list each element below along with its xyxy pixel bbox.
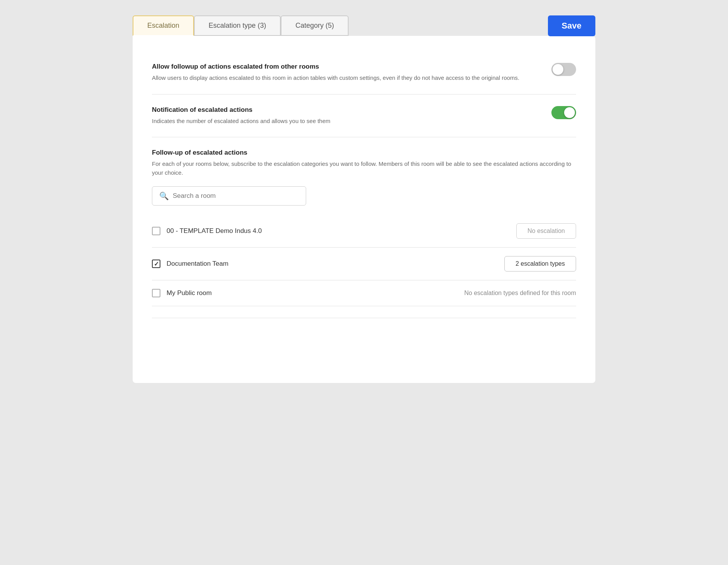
room-checkbox-2[interactable]: ✓ bbox=[152, 260, 160, 268]
followup-toggle-control bbox=[551, 63, 576, 76]
checkmark-2: ✓ bbox=[154, 260, 159, 268]
no-escalation-text-3: No escalation types defined for this roo… bbox=[464, 290, 576, 296]
room-right-2: 2 escalation types bbox=[504, 256, 576, 272]
notification-toggle-knob bbox=[564, 107, 575, 118]
followup-desc: Allow users to display actions escalated… bbox=[152, 74, 540, 83]
room-list: 00 - TEMPLATE Demo Indus 4.0 No escalati… bbox=[152, 215, 576, 306]
search-icon: 🔍 bbox=[159, 191, 169, 201]
tabs-bar: Escalation Escalation type (3) Category … bbox=[133, 15, 595, 36]
escalation-btn-2[interactable]: 2 escalation types bbox=[504, 256, 576, 272]
followup-text: Allow followup of actions escalated from… bbox=[152, 63, 551, 83]
room-left-3: My Public room bbox=[152, 289, 212, 297]
room-left: 00 - TEMPLATE Demo Indus 4.0 bbox=[152, 227, 262, 235]
room-checkbox-3[interactable] bbox=[152, 289, 160, 297]
search-box[interactable]: 🔍 bbox=[152, 186, 306, 206]
room-row-3: My Public room No escalation types defin… bbox=[152, 280, 576, 306]
escalation-followup-section: Follow-up of escalated actions For each … bbox=[152, 137, 576, 318]
escalation-followup-title: Follow-up of escalated actions bbox=[152, 149, 576, 157]
escalation-followup-desc: For each of your rooms below, subscribe … bbox=[152, 160, 576, 177]
followup-title: Allow followup of actions escalated from… bbox=[152, 63, 540, 71]
tab-escalation[interactable]: Escalation bbox=[133, 15, 194, 36]
notification-section: Notification of escalated actions Indica… bbox=[152, 94, 576, 138]
room-name-3: My Public room bbox=[167, 289, 212, 297]
save-button[interactable]: Save bbox=[548, 15, 595, 36]
notification-text: Notification of escalated actions Indica… bbox=[152, 106, 551, 126]
search-input[interactable] bbox=[173, 192, 299, 200]
room-name-2: Documentation Team bbox=[167, 260, 228, 268]
room-right-3: No escalation types defined for this roo… bbox=[464, 290, 576, 297]
notification-desc: Indicates the number of escalated action… bbox=[152, 117, 540, 126]
tab-category[interactable]: Category (5) bbox=[281, 15, 349, 36]
notification-toggle[interactable] bbox=[551, 106, 576, 119]
followup-toggle-knob bbox=[553, 64, 563, 75]
followup-section: Allow followup of actions escalated from… bbox=[152, 51, 576, 94]
main-card: Allow followup of actions escalated from… bbox=[133, 36, 595, 383]
tab-escalation-type[interactable]: Escalation type (3) bbox=[194, 15, 281, 36]
room-checkbox-1[interactable] bbox=[152, 227, 160, 235]
room-right-1: No escalation bbox=[516, 223, 576, 239]
followup-toggle[interactable] bbox=[551, 63, 576, 76]
notification-toggle-control bbox=[551, 106, 576, 119]
page-container: Save Escalation Escalation type (3) Cate… bbox=[133, 12, 595, 383]
room-name-1: 00 - TEMPLATE Demo Indus 4.0 bbox=[167, 227, 262, 235]
escalation-btn-1[interactable]: No escalation bbox=[516, 223, 576, 239]
notification-title: Notification of escalated actions bbox=[152, 106, 540, 114]
room-row: 00 - TEMPLATE Demo Indus 4.0 No escalati… bbox=[152, 215, 576, 248]
room-row-2: ✓ Documentation Team 2 escalation types bbox=[152, 248, 576, 280]
room-left-2: ✓ Documentation Team bbox=[152, 260, 228, 268]
